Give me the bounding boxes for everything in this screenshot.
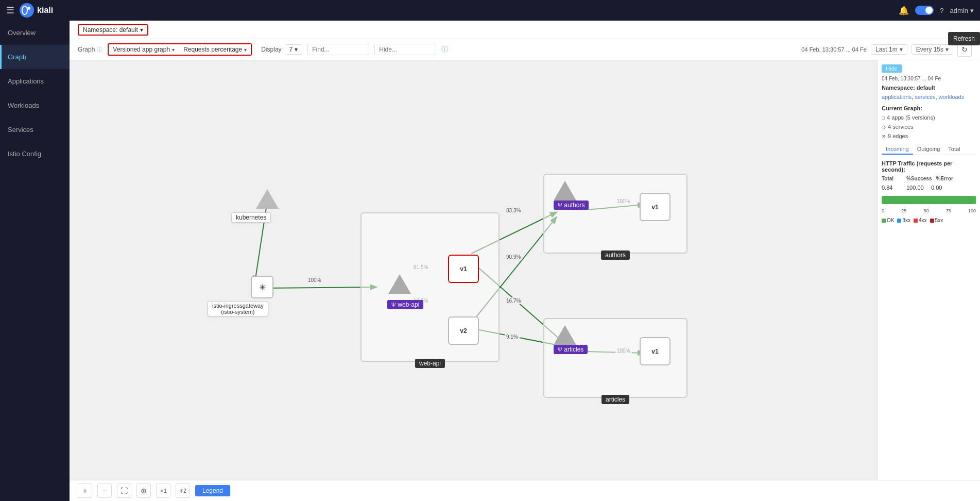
edge-label-167: 16.7% <box>505 297 522 304</box>
web-api-service-badge[interactable]: Ψ web-api <box>387 300 423 309</box>
graph-help-icon[interactable]: ⓘ <box>97 46 102 54</box>
legend-5xx-dot <box>930 219 934 223</box>
authors-service-badge[interactable]: Ψ authors <box>554 201 589 210</box>
zoom-out-button[interactable]: − <box>97 483 112 498</box>
legend-3xx: 3xx <box>897 218 910 223</box>
hide-input[interactable] <box>374 44 436 55</box>
web-api-group: Ψ web-api v1 v2 web-api <box>360 212 500 362</box>
panel-namespace: Namespace: default <box>882 85 976 91</box>
metric-type-select[interactable]: Requests percentage ▾ <box>179 44 251 55</box>
feature-toggle[interactable] <box>915 6 934 15</box>
sidebar-item-services[interactable]: Services <box>0 118 70 142</box>
metric-type-caret-icon: ▾ <box>244 47 247 53</box>
edge-label-91: 9.1% <box>505 333 520 340</box>
panel-stat-services: ◇ 4 services <box>882 124 976 130</box>
traffic-headers: Total %Success %Error <box>882 176 976 181</box>
ingressgateway-node[interactable]: ✳ <box>251 276 273 298</box>
legend-4xx: 4xx <box>914 218 927 223</box>
articles-service-badge[interactable]: Ψ articles <box>554 345 588 354</box>
services-icon: ◇ <box>882 124 886 130</box>
legend-3xx-dot <box>897 219 901 223</box>
panel-stat-edges: ✕ 9 edges <box>882 133 976 139</box>
sidebar-item-istio-config[interactable]: Istio Config <box>0 142 70 166</box>
articles-triangle <box>554 325 576 345</box>
interval-select[interactable]: Every 15s ▾ <box>912 44 953 55</box>
time-controls: 04 Feb, 13:30:57 ... 04 Fe Last 1m ▾ Eve… <box>801 42 972 57</box>
panel-ns-links: applications, services, workloads <box>882 94 976 100</box>
graph-type-caret-icon: ▾ <box>172 47 175 53</box>
edge-label-909: 90.9% <box>505 254 522 260</box>
authors-psi-icon: Ψ <box>558 203 562 208</box>
sidebar-item-graph[interactable]: Graph <box>0 45 70 69</box>
help-icon[interactable]: ? <box>940 7 943 14</box>
legend-ok: OK <box>882 218 894 223</box>
panel-tabs: Incoming Outgoing Total <box>882 144 976 155</box>
topnav: ☰ kiali 🔔 ? admin ▾ Refresh <box>0 0 980 21</box>
user-chevron-icon: ▾ <box>970 7 974 14</box>
edges-icon: ✕ <box>882 133 886 139</box>
tab-incoming[interactable]: Incoming <box>882 144 913 155</box>
graph-type-select[interactable]: Versioned app graph ▾ <box>109 44 179 55</box>
time-range-select[interactable]: Last 1m ▾ <box>871 44 907 55</box>
svg-line-4 <box>265 287 376 288</box>
authors-group-label: authors <box>601 250 630 260</box>
psi-icon: Ψ <box>391 302 396 308</box>
sidebar: Overview Graph Applications Workloads Se… <box>0 21 70 501</box>
tab-outgoing[interactable]: Outgoing <box>913 144 944 155</box>
namespace-selector[interactable]: Namespace: default ▾ <box>78 24 148 36</box>
sidebar-item-workloads[interactable]: Workloads <box>0 93 70 118</box>
namespace-caret-icon: ▾ <box>140 26 143 34</box>
right-panel: Hide 04 Feb, 13:30:57 ... 04 Fe Namespac… <box>877 60 980 480</box>
zoom-in-button[interactable]: + <box>78 483 92 498</box>
traffic-bar <box>882 196 976 204</box>
filter-help-icon[interactable]: ⓘ <box>441 45 448 54</box>
traffic-bar-ok <box>882 196 976 204</box>
ns-workloads-link[interactable]: workloads <box>939 94 965 100</box>
hide-panel-button[interactable]: Hide <box>882 64 902 73</box>
articles-v1-node[interactable]: v1 <box>640 337 670 365</box>
current-graph-title: Current Graph: <box>882 105 976 111</box>
authors-group: Ψ authors v1 authors <box>543 174 687 254</box>
namespace-bar: Namespace: default ▾ <box>70 21 980 39</box>
edge-label-100pct-ing: 100% <box>306 277 323 283</box>
user-menu[interactable]: admin ▾ <box>950 7 974 14</box>
web-api-router-triangle <box>388 274 411 294</box>
web-api-v1-node[interactable]: v1 <box>448 255 479 283</box>
reset-zoom-button[interactable]: ⊕ <box>136 483 151 498</box>
ingressgateway-node-label: istio-ingressgateway(istio-system) <box>208 301 268 316</box>
interval-caret-icon: ▾ <box>945 46 949 53</box>
hamburger-menu-icon[interactable]: ☰ <box>6 5 14 16</box>
layout-1-button[interactable]: ✳1 <box>156 483 170 498</box>
authors-v1-node[interactable]: v1 <box>640 193 670 221</box>
notification-bell-icon[interactable]: 🔔 <box>899 6 909 15</box>
layout-2-button[interactable]: ✳2 <box>176 483 190 498</box>
articles-psi-icon: Ψ <box>558 347 562 353</box>
traffic-values: 0.84 100.00 0.00 <box>882 185 976 191</box>
ns-services-link[interactable]: services <box>915 94 935 100</box>
sidebar-item-overview[interactable]: Overview <box>0 21 70 45</box>
articles-group-label: articles <box>601 395 629 404</box>
bar-labels: 0255075100 <box>882 208 976 213</box>
legend-button[interactable]: Legend <box>195 485 230 496</box>
sidebar-item-applications[interactable]: Applications <box>0 69 70 93</box>
find-input[interactable] <box>307 44 369 55</box>
kiali-logo-icon <box>20 3 34 18</box>
edge-label-833: 83.3% <box>505 207 522 214</box>
web-api-v2-node[interactable]: v2 <box>448 316 479 345</box>
fit-button[interactable]: ⛶ <box>117 483 131 498</box>
graph-canvas[interactable]: 100% 81.5% 18.5% 83.3% 90.9% 16.7% 9.1% … <box>70 60 877 480</box>
kubernetes-node-triangle <box>256 189 279 209</box>
topnav-right: 🔔 ? admin ▾ <box>899 6 974 15</box>
display-badge[interactable]: 7 ▾ <box>285 44 303 55</box>
articles-group: Ψ articles v1 articles <box>543 318 687 398</box>
legend-ok-dot <box>882 219 886 223</box>
svg-point-2 <box>27 7 30 10</box>
authors-triangle <box>554 181 576 201</box>
ns-applications-link[interactable]: applications <box>882 94 912 100</box>
tab-total[interactable]: Total <box>944 144 964 155</box>
refresh-tooltip: Refresh <box>948 32 980 45</box>
app-logo: kiali <box>20 3 53 18</box>
legend-4xx-dot <box>914 219 918 223</box>
web-api-group-label: web-api <box>415 359 445 368</box>
display-caret-icon: ▾ <box>295 46 298 53</box>
